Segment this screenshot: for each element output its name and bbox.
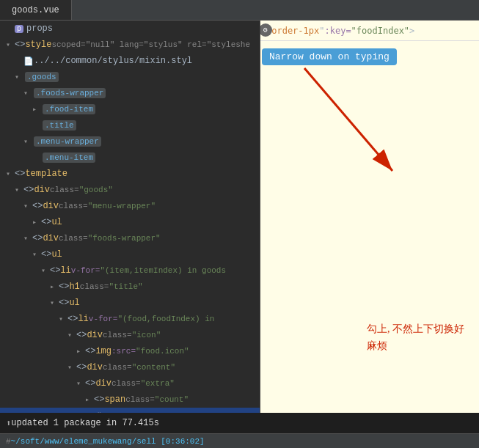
arrow-di <box>67 331 76 339</box>
terminal-bar: ⬆ updated 1 package in 77.415s <box>0 413 479 433</box>
arrow-dfw <box>23 234 32 243</box>
arrow-li2 <box>59 315 67 323</box>
arrow-style <box>6 40 15 49</box>
arrow-dg <box>15 186 23 194</box>
arrow-dmw <box>23 202 32 210</box>
tree-item-goods[interactable]: .goods <box>0 69 260 85</box>
tree-item-ul2[interactable]: <> ul <box>0 246 260 262</box>
terminal-text: updated 1 package in 77.415s <box>11 418 159 428</box>
active-tab[interactable]: goods.vue <box>0 0 72 20</box>
tree-item-div-extra[interactable]: <> div class="extra" <box>0 375 260 392</box>
arrow-li1 <box>41 266 50 275</box>
narrow-down-tooltip: Narrow down on typing <box>262 48 397 65</box>
chinese-annotation: 勾上, 不然上下切换好 麻烦 <box>367 321 464 354</box>
tree-item-div-content[interactable]: <> div class="content" <box>0 359 260 375</box>
tree-item-menu-item[interactable]: .menu-item <box>0 150 260 166</box>
tooltip-label: Narrow down on typing <box>269 51 390 62</box>
goods-class: .goods <box>25 72 59 82</box>
tree-item-foods-wrapper[interactable]: .foods-wrapper <box>0 85 260 101</box>
tree-item-h1-title[interactable]: <> h1 class="title" <box>0 279 260 295</box>
p-badge: p <box>15 25 23 33</box>
title-class: .title <box>43 120 76 131</box>
tree-item-li-food[interactable]: <> li v-for="(food,foodIndex) in <box>0 311 260 327</box>
tree-item-span2[interactable]: <> span <box>0 408 260 413</box>
tree-item-template[interactable]: <> template <box>0 166 260 182</box>
arrow-goods <box>15 73 23 81</box>
arrow-fw <box>23 89 32 98</box>
arrow-de <box>76 379 85 388</box>
menu-item-class: .menu-item <box>43 153 95 163</box>
arrow-dc <box>67 363 76 372</box>
tree-item-ul1[interactable]: <> ul <box>0 214 260 230</box>
tree-item-span-count[interactable]: <> span class="count" <box>0 392 260 408</box>
arrow-ul2 <box>32 250 41 259</box>
tree-item-style[interactable]: <> style scoped="null" lang="stylus" rel… <box>0 37 260 53</box>
status-path: ~/soft/www/eleme_mukewang/sell [0:36:02] <box>11 437 205 446</box>
tab-label: goods.vue <box>12 5 59 15</box>
arrow-mw <box>23 137 32 146</box>
status-bar: # ~/soft/www/eleme_mukewang/sell [0:36:0… <box>0 433 479 448</box>
arrow-sc <box>85 395 94 404</box>
tree-item-mixin[interactable]: 📄 ../../common/stylus/mixin.styl <box>0 53 260 69</box>
chinese-line1: 勾上, 不然上下切换好 <box>367 321 464 337</box>
menu-wrapper-class: .menu-wrapper <box>34 136 101 147</box>
props-label: props <box>26 23 53 34</box>
arrow-ul1 <box>32 218 41 227</box>
code-top-bar: border-1px " :key= "foodIndex" > <box>260 21 479 41</box>
tree-item-ul3[interactable]: <> ul <box>0 295 260 311</box>
arrow-ul3 <box>50 298 59 307</box>
tree-item-title-class[interactable]: .title <box>0 117 260 133</box>
arrow-fi <box>32 105 41 114</box>
tree-item-div-foods-wrapper[interactable]: <> div class="foods-wrapper" <box>0 230 260 246</box>
foods-wrapper-class: .foods-wrapper <box>34 88 106 98</box>
arrow-tmpl <box>6 169 15 178</box>
arrow-h1 <box>50 282 59 291</box>
main-content: p props <> style scoped="null" lang="sty… <box>0 21 479 413</box>
chinese-line2: 麻烦 <box>367 338 464 354</box>
left-panel[interactable]: p props <> style scoped="null" lang="sty… <box>0 21 260 413</box>
tree-item-menu-wrapper[interactable]: .menu-wrapper <box>0 133 260 150</box>
tree-item-food-item[interactable]: .food-item <box>0 101 260 117</box>
tree-item-div-icon[interactable]: <> div class="icon" <box>0 327 260 343</box>
annotation-arrow <box>260 46 479 229</box>
tab-bar: goods.vue <box>0 0 479 21</box>
tree-item-props[interactable]: p props <box>0 21 260 37</box>
right-panel: ⚙ border-1px " :key= "foodIndex" > Narro… <box>260 21 479 413</box>
food-item-class: .food-item <box>43 104 95 114</box>
tree-item-img-src[interactable]: <> img :src="food.icon" <box>0 343 260 359</box>
tree-item-div-menu-wrapper[interactable]: <> div class="menu-wrapper" <box>0 198 260 214</box>
tree-item-div-goods[interactable]: <> div class="goods" <box>0 182 260 198</box>
tree-item-li-vfor[interactable]: <> li v-for="(item,itemIndex) in goods <box>0 262 260 279</box>
arrow-img <box>76 347 85 356</box>
